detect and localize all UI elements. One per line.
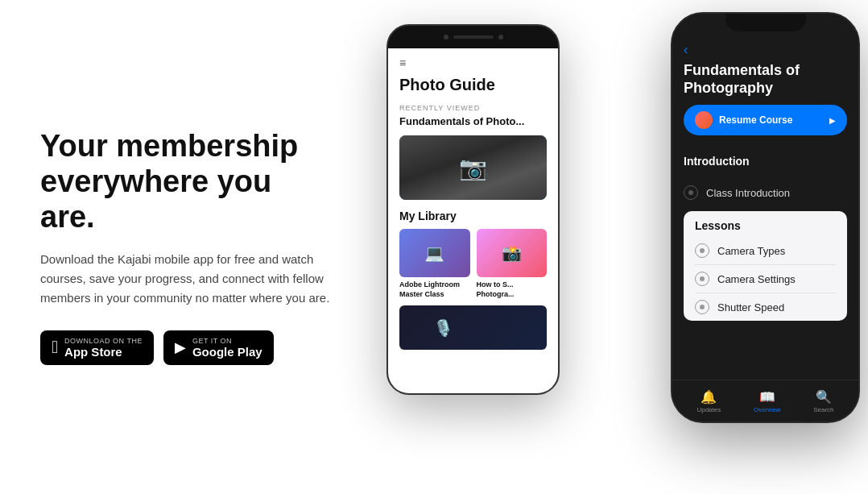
- library-item-2[interactable]: How to S... Photogra...: [477, 229, 548, 299]
- googleplay-bottom-text: Google Play: [192, 345, 262, 359]
- tab-updates-label: Updates: [696, 406, 721, 413]
- googleplay-top-text: GET IT ON: [192, 337, 262, 345]
- class-intro-label: Class Introduction: [706, 187, 790, 199]
- store-buttons:  Download on the App Store ▶ GET IT ON …: [40, 330, 330, 365]
- left-section: Your membership everywhere you are. Down…: [0, 97, 370, 396]
- android-speaker: [453, 35, 494, 39]
- tab-search-label: Search: [813, 406, 833, 413]
- iphone-content: ‹ Fundamentals of Photography Resume Cou…: [672, 36, 858, 421]
- camera-settings-circle: [695, 272, 709, 286]
- iphone: ‹ Fundamentals of Photography Resume Cou…: [671, 12, 860, 423]
- updates-icon: 🔔: [701, 389, 717, 405]
- lessons-section: Lessons Camera Types Camera Settings: [684, 211, 847, 321]
- class-intro-item[interactable]: Class Introduction: [672, 179, 858, 206]
- back-arrow-icon[interactable]: ‹: [684, 43, 688, 57]
- iphone-screen: ‹ Fundamentals of Photography Resume Cou…: [672, 14, 858, 421]
- resume-course-button[interactable]: Resume Course ▶: [684, 105, 847, 135]
- shutter-speed-label: Shutter Speed: [717, 301, 784, 313]
- camera-settings-circle-inner: [700, 276, 705, 281]
- google-play-icon: ▶: [175, 340, 186, 355]
- tab-updates[interactable]: 🔔 Updates: [696, 389, 721, 413]
- appstore-button[interactable]:  Download on the App Store: [40, 330, 154, 365]
- class-intro-circle-inner: [688, 190, 693, 195]
- phones-section: ≡ Photo Guide RECENTLY VIEWED Fundamenta…: [370, 0, 868, 494]
- library-title: My Library: [399, 210, 547, 222]
- resume-play-icon: ▶: [829, 116, 836, 125]
- library-item-title-2: How to S... Photogra...: [477, 280, 548, 299]
- iphone-course-title: Fundamentals of Photography: [672, 62, 858, 105]
- camera-types-circle: [695, 243, 709, 258]
- overview-icon: 📖: [759, 389, 775, 405]
- tab-search[interactable]: 🔍 Search: [813, 389, 833, 413]
- android-screen: ≡ Photo Guide RECENTLY VIEWED Fundamenta…: [388, 48, 558, 393]
- library-bottom-thumbnail: [399, 305, 547, 350]
- description: Download the Kajabi mobile app for free …: [40, 250, 330, 308]
- intro-section-title: Introduction: [684, 155, 847, 168]
- iphone-header: ‹: [672, 36, 858, 62]
- library-thumb-1: [399, 229, 470, 277]
- lesson-item-shutter-speed[interactable]: Shutter Speed: [684, 293, 847, 321]
- android-notch: [388, 26, 558, 48]
- shutter-speed-circle-inner: [700, 305, 705, 309]
- camera-types-circle-inner: [700, 248, 705, 253]
- tab-overview-label: Overview: [754, 406, 780, 413]
- course-thumbnail: [399, 135, 547, 200]
- android-screen-title: Photo Guide: [399, 76, 547, 94]
- headline: Your membership everywhere you are.: [40, 129, 330, 235]
- googleplay-button[interactable]: ▶ GET IT ON Google Play: [163, 330, 274, 365]
- iphone-notch: [725, 14, 806, 31]
- library-item-title-1: Adobe Lightroom Master Class: [399, 280, 470, 299]
- library-grid: Adobe Lightroom Master Class How to S...…: [399, 229, 547, 299]
- lesson-item-camera-types[interactable]: Camera Types: [684, 237, 847, 264]
- lessons-section-title: Lessons: [684, 211, 847, 237]
- android-camera2: [498, 35, 503, 39]
- lesson-item-camera-settings[interactable]: Camera Settings: [684, 265, 847, 293]
- search-icon: 🔍: [816, 389, 832, 405]
- tab-overview[interactable]: 📖 Overview: [754, 389, 780, 413]
- library-thumb-2: [477, 229, 548, 277]
- resume-avatar: [695, 111, 713, 129]
- resume-btn-text: Resume Course: [719, 114, 823, 126]
- class-intro-circle: [684, 185, 698, 200]
- appstore-top-text: Download on the: [64, 337, 143, 345]
- android-phone: ≡ Photo Guide RECENTLY VIEWED Fundamenta…: [386, 24, 560, 395]
- camera-types-label: Camera Types: [717, 245, 785, 257]
- hamburger-icon[interactable]: ≡: [399, 56, 547, 69]
- camera-image: [399, 135, 547, 200]
- apple-icon: : [52, 338, 58, 356]
- android-camera: [444, 35, 448, 39]
- camera-settings-label: Camera Settings: [717, 273, 796, 285]
- appstore-bottom-text: App Store: [64, 345, 143, 359]
- shutter-speed-circle: [695, 300, 709, 314]
- library-item-1[interactable]: Adobe Lightroom Master Class: [399, 229, 470, 299]
- recently-viewed-item[interactable]: Fundamentals of Photo...: [399, 115, 547, 127]
- recently-viewed-label: RECENTLY VIEWED: [399, 104, 547, 112]
- intro-section: Introduction: [672, 147, 858, 179]
- iphone-tab-bar: 🔔 Updates 📖 Overview 🔍 Search: [672, 380, 858, 421]
